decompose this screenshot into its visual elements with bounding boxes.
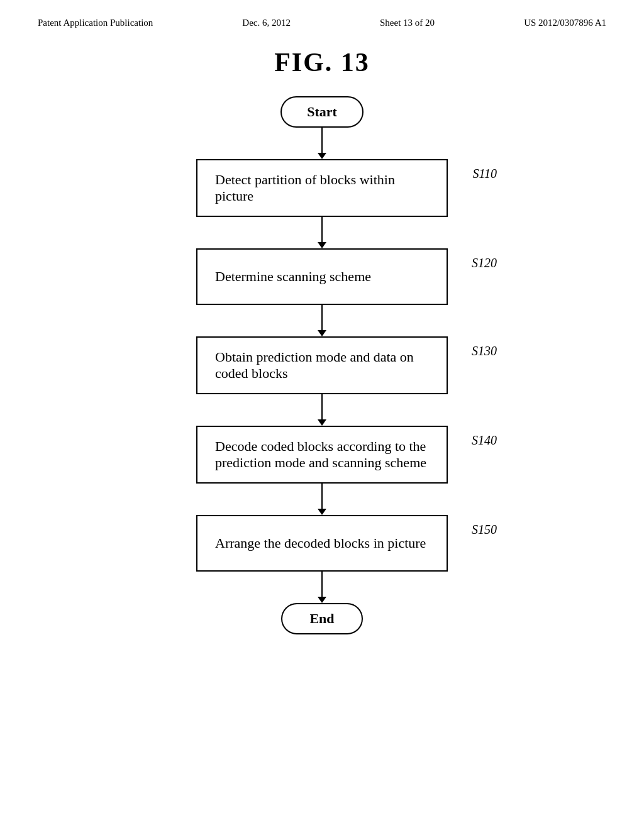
- arrow-line: [321, 484, 323, 509]
- arrow-line: [321, 217, 323, 242]
- end-terminal: End: [281, 603, 363, 634]
- step-s130-text: Obtain prediction mode and data on coded…: [215, 349, 429, 382]
- arrow-head: [318, 509, 326, 515]
- flowchart: Start Detect partition of blocks within …: [0, 96, 644, 634]
- header-publication: Patent Application Publication: [38, 18, 153, 28]
- end-node: End: [281, 603, 363, 634]
- arrow-start-to-s110: [318, 128, 326, 159]
- arrow-head: [318, 597, 326, 603]
- step-s140-text: Decode coded blocks according to the pre…: [215, 438, 429, 471]
- step-s150-text: Arrange the decoded blocks in picture: [215, 535, 429, 551]
- step-s120-row: Determine scanning scheme S120: [196, 248, 448, 305]
- step-s120-box: Determine scanning scheme S120: [196, 248, 448, 305]
- step-s150-box: Arrange the decoded blocks in picture S1…: [196, 515, 448, 572]
- step-s110-box: Detect partition of blocks within pictur…: [196, 159, 448, 217]
- arrow-head: [318, 242, 326, 248]
- step-s150-label: S150: [472, 523, 497, 537]
- arrow-line: [321, 572, 323, 597]
- arrow-head: [318, 419, 326, 426]
- arrow-s150-to-end: [318, 572, 326, 603]
- arrow-head: [318, 153, 326, 159]
- step-s120-label: S120: [472, 256, 497, 270]
- arrow-head: [318, 330, 326, 336]
- arrow-s110-to-s120: [318, 217, 326, 248]
- step-s120-text: Determine scanning scheme: [215, 268, 429, 285]
- start-terminal: Start: [280, 96, 364, 128]
- step-s110-text: Detect partition of blocks within pictur…: [215, 172, 429, 204]
- figure-title: FIG. 13: [0, 47, 644, 77]
- step-s140-box: Decode coded blocks according to the pre…: [196, 426, 448, 484]
- header-date: Dec. 6, 2012: [242, 18, 291, 28]
- arrow-line: [321, 305, 323, 330]
- step-s110-row: Detect partition of blocks within pictur…: [196, 159, 448, 217]
- arrow-line: [321, 394, 323, 419]
- arrow-s140-to-s150: [318, 484, 326, 515]
- step-s130-row: Obtain prediction mode and data on coded…: [196, 336, 448, 394]
- step-s140-row: Decode coded blocks according to the pre…: [196, 426, 448, 484]
- step-s150-row: Arrange the decoded blocks in picture S1…: [196, 515, 448, 572]
- step-s140-label: S140: [472, 433, 497, 448]
- page-header: Patent Application Publication Dec. 6, 2…: [0, 0, 644, 28]
- header-patent-number: US 2012/0307896 A1: [524, 18, 606, 28]
- start-node: Start: [280, 96, 364, 128]
- arrow-s120-to-s130: [318, 305, 326, 336]
- arrow-s130-to-s140: [318, 394, 326, 426]
- arrow-line: [321, 128, 323, 153]
- step-s110-label: S110: [472, 167, 497, 181]
- step-s130-label: S130: [472, 344, 497, 358]
- header-sheet: Sheet 13 of 20: [380, 18, 435, 28]
- step-s130-box: Obtain prediction mode and data on coded…: [196, 336, 448, 394]
